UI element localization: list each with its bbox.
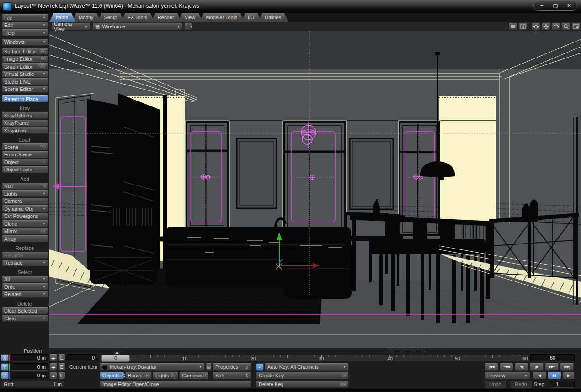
tab-fx-tools[interactable]: FX Tools: [121, 13, 155, 22]
zoom-view-icon[interactable]: [561, 23, 570, 30]
item-list-icon[interactable]: ▤: [206, 363, 212, 371]
image-editor-button[interactable]: Image Editor Open/Close: [100, 381, 251, 388]
tab-render[interactable]: Render: [151, 13, 181, 22]
sidebar-item-krayoptions[interactable]: KrayOptions: [2, 112, 48, 119]
sidebar-item-surface-editor[interactable]: Surface EditorF5: [2, 48, 48, 55]
sidebar-item-related[interactable]: Related▼: [2, 291, 48, 298]
sidebar-item-clone[interactable]: Clone▼: [2, 220, 48, 227]
close-button[interactable]: ✕: [562, 2, 576, 10]
step-field[interactable]: 1: [551, 381, 575, 388]
sidebar-item-all[interactable]: All▼: [2, 276, 48, 283]
sidebar-item-object[interactable]: Object+: [2, 159, 48, 165]
envelope-z-button[interactable]: E: [58, 372, 65, 379]
undo-button[interactable]: Undo: [485, 381, 506, 388]
go-end-button[interactable]: ▶▶|: [560, 363, 574, 371]
title-bar[interactable]: Layout™ NewTek LightWave™ 11.6 (Win64) -…: [0, 0, 581, 13]
sidebar-item-scene[interactable]: Scene^O: [2, 143, 48, 150]
timeline-scrubber[interactable]: 102030405060 0: [100, 354, 528, 362]
sidebar-item-krayframe[interactable]: KrayFrame: [2, 120, 48, 127]
sidebar-item-edit[interactable]: Edit▼: [2, 22, 48, 29]
sidebar-item-order[interactable]: Order▼: [2, 283, 48, 290]
sidebar-item-cvt-powergons[interactable]: Cvt Powergons: [2, 213, 48, 220]
position-x-field[interactable]: 0 m: [11, 354, 48, 361]
axis-button-y[interactable]: Y: [1, 363, 9, 371]
viewport-layout-icon[interactable]: [508, 23, 517, 30]
position-y-field[interactable]: 0 m: [11, 363, 48, 371]
play-button[interactable]: ▶: [563, 372, 575, 379]
pan-view-icon[interactable]: [541, 23, 550, 30]
sidebar-item-replace[interactable]: Replace▼: [2, 260, 48, 266]
sidebar-item-help[interactable]: Help▼: [2, 29, 48, 36]
sidebar-item-from-scene[interactable]: From Scene: [2, 151, 48, 158]
save-view-icon[interactable]: [518, 23, 528, 30]
grid-size-display[interactable]: Grid: 1 m: [1, 381, 64, 388]
redo-button[interactable]: Redo: [510, 381, 532, 388]
sidebar-item-lights[interactable]: Lights▼: [2, 190, 48, 197]
sidebar-item-null[interactable]: Null^N: [2, 183, 48, 190]
next-frame-button[interactable]: ||▶: [530, 363, 544, 371]
center-item-icon[interactable]: [531, 23, 540, 30]
type-button-objects[interactable]: Objects+O: [100, 372, 124, 379]
end-frame-field[interactable]: 60: [530, 354, 575, 361]
sidebar-item-studio-live[interactable]: Studio LIVE: [2, 78, 48, 85]
render-mode-dropdown[interactable]: ▦ Wireframe ▼: [92, 23, 183, 30]
sidebar-item-file[interactable]: File▼: [2, 14, 48, 21]
tab-items[interactable]: Items: [49, 13, 75, 22]
sidebar-item-camera[interactable]: Camera: [2, 198, 48, 205]
sidebar-item-clear[interactable]: Clear▼: [2, 315, 48, 322]
sidebar-item-array[interactable]: Array: [2, 235, 48, 242]
nudge-z-button[interactable]: ◀▶: [49, 372, 57, 379]
position-z-field[interactable]: 0 m: [11, 372, 48, 379]
delete-key-button[interactable]: Delete Key del: [256, 381, 349, 388]
prev-key-button[interactable]: +◀◀: [500, 363, 513, 371]
sidebar-item-graph-editor[interactable]: Graph Editor^F2: [2, 63, 48, 70]
sidebar-item-clear-selected[interactable]: Clear Selected-: [2, 307, 48, 314]
sidebar-item-object-layer[interactable]: Object Layer: [2, 166, 48, 173]
sidebar-item-dynamic-obj[interactable]: Dynamic Obj▼: [2, 205, 48, 212]
tab-setup[interactable]: Setup: [97, 13, 124, 22]
rotate-view-icon[interactable]: [551, 23, 560, 30]
type-button-bones[interactable]: Bones+B: [125, 372, 152, 379]
autokey-dropdown[interactable]: Auto Key: All Channels ▼: [265, 363, 349, 371]
camera-viewport[interactable]: [49, 31, 581, 348]
type-button-lights[interactable]: Lights+L: [153, 372, 178, 379]
current-frame-field[interactable]: 0: [67, 354, 97, 361]
current-item-dropdown[interactable]: Mekan-kray:Duvarlar ▼: [100, 363, 205, 371]
viewport-extra-dropdown[interactable]: ▼: [184, 23, 192, 30]
sidebar-item-krayanim[interactable]: KrayAnim: [2, 127, 48, 134]
create-key-button[interactable]: Create Key ret: [256, 372, 349, 379]
sidebar-item-virtual-studio[interactable]: Virtual Studio▼: [2, 71, 48, 78]
minimize-button[interactable]: –: [535, 2, 549, 10]
nudge-x-button[interactable]: ◀▶: [49, 354, 57, 361]
sidebar-item-scene-editor[interactable]: Scene Editor▼: [2, 86, 48, 93]
prev-frame-button[interactable]: ◀||: [515, 363, 528, 371]
envelope-x-button[interactable]: E: [58, 354, 65, 361]
properties-button[interactable]: Properties p: [213, 363, 251, 371]
nudge-y-button[interactable]: ◀▶: [49, 363, 57, 371]
sidebar-item-parent-in-place[interactable]: Parent in Place: [2, 95, 48, 102]
go-start-button[interactable]: |◀◀: [485, 363, 498, 371]
sidebar-item-image-editor[interactable]: Image EditorF6: [2, 56, 48, 63]
type-button-cameras[interactable]: Cameras+C: [179, 372, 208, 379]
tab-view[interactable]: View: [178, 13, 203, 22]
timeline-tick-label: 10: [182, 356, 187, 361]
preview-dropdown[interactable]: Preview ▼: [485, 372, 530, 379]
timeline-handle[interactable]: 0: [101, 355, 130, 362]
panel-resize-grip[interactable]: [386, 349, 426, 351]
next-key-button[interactable]: ▶▶+: [545, 363, 559, 371]
step-back-button[interactable]: ◀: [533, 372, 546, 379]
tab-i-o[interactable]: I/O: [241, 13, 262, 22]
autokey-checkbox[interactable]: ✓: [256, 363, 264, 371]
axis-button-z[interactable]: Z: [1, 372, 9, 379]
minimize-viewport-icon[interactable]: [571, 23, 581, 30]
axis-button-x[interactable]: X: [1, 354, 9, 361]
tab-utilities[interactable]: Utilities: [258, 13, 288, 22]
sidebar-item-windows[interactable]: Windows▼: [2, 39, 48, 46]
tab-modeler-tools[interactable]: Modeler Tools: [199, 13, 244, 22]
envelope-y-button[interactable]: E: [58, 363, 65, 371]
maximize-button[interactable]: ▢: [549, 2, 562, 10]
tab-modify[interactable]: Modify: [72, 13, 101, 22]
pause-button[interactable]: ▮▮: [548, 372, 561, 379]
sidebar-item-mirror[interactable]: Mirror+V: [2, 228, 48, 235]
view-mode-dropdown[interactable]: Camera View ▼: [51, 23, 91, 30]
